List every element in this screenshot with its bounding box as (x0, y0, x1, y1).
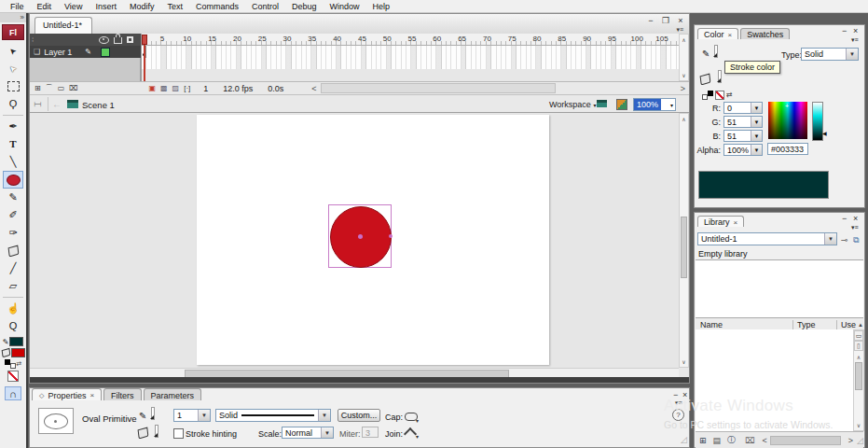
tab-filters[interactable]: Filters (103, 388, 142, 400)
layer-outline-color-swatch[interactable] (101, 48, 110, 57)
onion-skin-outlines-button[interactable]: ▨ (172, 84, 180, 92)
menu-text[interactable]: Text (160, 2, 189, 11)
hand-tool[interactable]: ☝ (3, 300, 23, 317)
library-panel-menu-icon[interactable]: ▾≡ (851, 224, 859, 231)
color-stroke-swatch[interactable] (714, 45, 718, 58)
swap-colors-icon[interactable]: ⇄ (17, 360, 22, 368)
menu-edit[interactable]: Edit (31, 2, 59, 11)
library-wide-view-icon[interactable]: ▭ (854, 330, 863, 341)
default-colors-icon[interactable] (5, 359, 16, 369)
new-symbol-button[interactable]: ⊞ (699, 436, 707, 445)
properties-minimize-icon[interactable]: − (673, 390, 678, 399)
frames-hscrollbar[interactable] (321, 83, 556, 93)
timeline-panel-menu-icon[interactable]: ▾≡ (676, 26, 683, 34)
window-minimize-button[interactable]: − (645, 16, 656, 25)
zoom-tool[interactable]: Q (3, 317, 23, 335)
delete-layer-button[interactable]: ⌧ (69, 84, 77, 92)
lasso-tool[interactable]: Ϙ (3, 95, 23, 113)
g-value-field[interactable]: 51▼ (723, 116, 763, 128)
edit-symbols-button[interactable] (616, 99, 627, 110)
pencil-tool[interactable]: ✎ (3, 189, 23, 206)
cap-dropdown-icon[interactable]: ▾ (416, 417, 419, 424)
library-minimize-icon[interactable]: − (842, 214, 847, 223)
menu-file[interactable]: File (4, 2, 31, 11)
library-scroll-left-icon[interactable]: < (762, 436, 766, 445)
scene-name[interactable]: Scene 1 (82, 100, 115, 110)
menu-debug[interactable]: Debug (285, 2, 324, 11)
menu-modify[interactable]: Modify (123, 2, 161, 11)
b-arrow-icon[interactable]: ▼ (751, 131, 762, 141)
column-use[interactable]: Use (836, 320, 856, 329)
collapse-panel-button[interactable]: » (0, 13, 26, 22)
stroke-color-swatch[interactable] (9, 337, 23, 346)
library-scroll-up-icon[interactable]: ∧ (854, 354, 863, 360)
tab-color[interactable]: Color× (697, 28, 738, 39)
type-arrow-icon[interactable]: ▼ (846, 49, 858, 60)
eyedropper-tool[interactable]: ╱ (3, 259, 23, 277)
toolbar-fill-color[interactable] (0, 348, 26, 357)
library-tab-close-icon[interactable]: × (734, 218, 738, 227)
r-value-field[interactable]: 0▼ (723, 102, 763, 114)
snap-to-objects-toggle[interactable]: ∩ (5, 386, 21, 400)
edit-multiple-frames-button[interactable]: [·] (184, 84, 190, 92)
stroke-weight-combo[interactable]: 1▼ (173, 409, 211, 422)
stage-scroll-down-icon[interactable]: ∨ (680, 358, 688, 365)
line-tool[interactable]: ╲ (3, 153, 23, 171)
paint-bucket-tool[interactable] (3, 242, 23, 259)
zoom-combo[interactable]: 100% ▾ (633, 98, 676, 111)
window-restore-button[interactable]: ❐ (660, 16, 671, 25)
menu-commands[interactable]: Commands (189, 2, 245, 11)
subselection-tool[interactable]: ➤ (3, 60, 23, 77)
add-motion-guide-button[interactable]: ⌒ (46, 83, 53, 93)
r-arrow-icon[interactable]: ▼ (751, 103, 762, 113)
layer-row[interactable]: ❏ Layer 1 ✎ (30, 46, 141, 58)
pasteboard-icon[interactable]: ⌶ (32, 102, 43, 107)
stage-vscrollbar[interactable]: ∧ ∨ (679, 113, 689, 368)
frames-scroll-right-icon[interactable]: > (681, 84, 685, 93)
library-narrow-view-icon[interactable]: ▯ (854, 341, 863, 351)
stage-scroll-up-icon[interactable]: ∧ (680, 116, 688, 122)
timeline-vscrollbar[interactable]: ∧ ∨ (679, 34, 689, 81)
playhead-handle[interactable] (142, 35, 147, 45)
color-no-color-icon[interactable] (715, 91, 724, 100)
workspace-button[interactable]: Workspace ▾ (549, 100, 596, 109)
outline-layers-icon[interactable] (127, 36, 133, 43)
stroke-weight-arrow-icon[interactable]: ▼ (198, 410, 210, 421)
edit-scene-button[interactable] (597, 100, 607, 107)
fill-color-swatch[interactable] (11, 348, 25, 357)
color-minimize-icon[interactable]: − (842, 26, 847, 35)
tab-swatches[interactable]: Swatches (740, 28, 790, 39)
prop-fill-color-swatch[interactable] (155, 425, 158, 438)
alpha-value-field[interactable]: 100%▼ (723, 144, 763, 156)
column-name[interactable]: Name (700, 320, 792, 329)
hex-field[interactable]: #003333 (767, 143, 808, 155)
toolbar-stroke-color[interactable]: ✎ (0, 337, 26, 346)
library-doc-arrow-icon[interactable]: ▼ (824, 233, 836, 245)
scale-arrow-icon[interactable]: ▼ (321, 427, 333, 438)
new-library-panel-icon[interactable]: ⧉ (853, 235, 859, 245)
prop-stroke-color-swatch[interactable] (151, 407, 155, 420)
insert-layer-button[interactable]: ⊞ (34, 84, 41, 92)
library-close-icon[interactable]: × (853, 214, 858, 223)
menu-control[interactable]: Control (245, 2, 285, 11)
properties-tab-close-icon[interactable]: × (90, 391, 94, 399)
timeline-ruler[interactable]: 5101520253035404550556065707580859095100… (142, 34, 679, 46)
oval-tool[interactable] (3, 171, 23, 189)
frames-scroll-left-icon[interactable]: < (311, 84, 316, 93)
item-properties-button[interactable]: ⓘ (727, 434, 736, 446)
miter-field[interactable]: 3 (362, 427, 379, 438)
color-panel-menu-icon[interactable]: ▾≡ (851, 36, 859, 44)
join-dropdown-icon[interactable]: ▾ (416, 433, 419, 440)
lock-layers-icon[interactable] (114, 37, 122, 44)
properties-resize-grip-icon[interactable]: ◿ (681, 435, 687, 444)
center-frame-button[interactable]: ▣ (148, 84, 156, 92)
library-vscroll-thumb[interactable] (855, 362, 862, 390)
selection-bounding-box[interactable] (328, 204, 392, 268)
join-style-icon[interactable] (404, 427, 417, 441)
color-close-icon[interactable]: × (853, 26, 858, 35)
color-fill-swatch[interactable] (718, 70, 722, 83)
tab-library[interactable]: Library× (697, 216, 744, 227)
frame-rate-value[interactable]: 12.0 fps (223, 84, 253, 93)
brightness-slider-marker-icon[interactable]: ◀ (822, 130, 827, 136)
custom-stroke-button[interactable]: Custom... (338, 409, 380, 422)
